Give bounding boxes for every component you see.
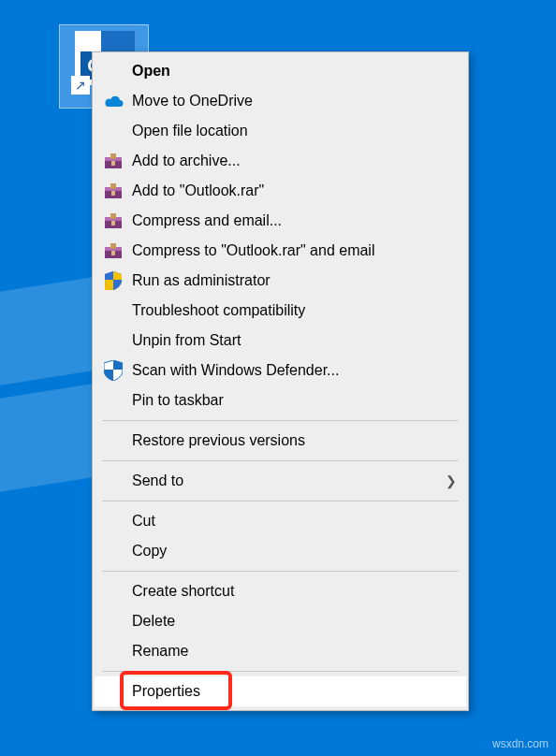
watermark-text: wsxdn.com xyxy=(492,737,549,750)
submenu-arrow-icon: ❯ xyxy=(446,473,457,488)
svg-rect-10 xyxy=(110,213,116,219)
menu-unpin-start[interactable]: Unpin from Start xyxy=(95,326,466,356)
menu-label: Move to OneDrive xyxy=(132,93,457,109)
menu-compress-email[interactable]: Compress and email... xyxy=(95,206,466,236)
menu-add-outlook-rar[interactable]: Add to "Outlook.rar" xyxy=(95,176,466,206)
menu-label: Unpin from Start xyxy=(132,332,457,349)
menu-separator xyxy=(102,501,459,502)
blank-icon xyxy=(100,540,126,562)
menu-label: Run as administrator xyxy=(132,272,457,289)
menu-label: Add to "Outlook.rar" xyxy=(132,182,457,199)
blank-icon xyxy=(100,329,126,352)
svg-rect-3 xyxy=(111,161,115,166)
svg-rect-15 xyxy=(111,251,115,255)
blank-icon xyxy=(100,680,126,703)
svg-rect-7 xyxy=(111,191,115,196)
menu-scan-defender[interactable]: Scan with Windows Defender... xyxy=(95,356,466,385)
menu-create-shortcut[interactable]: Create shortcut xyxy=(95,576,466,606)
blank-icon xyxy=(100,470,126,492)
menu-open[interactable]: Open xyxy=(95,56,466,86)
menu-troubleshoot[interactable]: Troubleshoot compatibility xyxy=(95,296,466,326)
menu-compress-outlook-email[interactable]: Compress to "Outlook.rar" and email xyxy=(95,236,466,266)
svg-rect-6 xyxy=(110,183,116,189)
winrar-icon xyxy=(100,240,126,262)
svg-rect-14 xyxy=(110,243,116,249)
menu-label: Copy xyxy=(132,543,457,560)
blank-icon xyxy=(100,429,126,452)
blank-icon xyxy=(100,389,126,412)
menu-separator xyxy=(102,671,459,672)
svg-rect-2 xyxy=(110,153,116,159)
menu-separator xyxy=(102,460,459,461)
onedrive-icon xyxy=(100,90,126,112)
menu-send-to[interactable]: Send to ❯ xyxy=(95,466,466,496)
blank-icon xyxy=(100,580,126,603)
menu-properties[interactable]: Properties xyxy=(95,676,466,706)
blank-icon xyxy=(100,299,126,322)
menu-label: Delete xyxy=(132,613,457,630)
menu-restore-versions[interactable]: Restore previous versions xyxy=(95,426,466,456)
menu-add-archive[interactable]: Add to archive... xyxy=(95,146,466,176)
menu-label: Add to archive... xyxy=(132,153,457,169)
menu-label: Open file location xyxy=(132,123,457,139)
menu-label: Rename xyxy=(132,643,457,660)
svg-rect-11 xyxy=(111,221,115,225)
menu-label: Compress to "Outlook.rar" and email xyxy=(132,242,457,259)
menu-label: Scan with Windows Defender... xyxy=(132,362,457,379)
menu-label: Create shortcut xyxy=(132,583,457,600)
menu-run-admin[interactable]: Run as administrator xyxy=(95,266,466,296)
menu-label: Compress and email... xyxy=(132,212,457,229)
menu-label: Pin to taskbar xyxy=(132,392,457,409)
blank-icon xyxy=(100,60,126,82)
menu-label: Troubleshoot compatibility xyxy=(132,302,457,319)
shield-admin-icon xyxy=(100,269,126,292)
winrar-icon xyxy=(100,180,126,202)
context-menu: Open Move to OneDrive Open file location… xyxy=(92,51,469,711)
blank-icon xyxy=(100,610,126,632)
blank-icon xyxy=(100,120,126,142)
winrar-icon xyxy=(100,150,126,172)
menu-open-file-location[interactable]: Open file location xyxy=(95,116,466,146)
menu-move-onedrive[interactable]: Move to OneDrive xyxy=(95,86,466,116)
winrar-icon xyxy=(100,210,126,232)
menu-copy[interactable]: Copy xyxy=(95,536,466,566)
menu-label: Open xyxy=(132,63,457,80)
menu-cut[interactable]: Cut xyxy=(95,506,466,536)
defender-shield-icon xyxy=(100,359,126,382)
menu-label: Cut xyxy=(132,513,457,530)
blank-icon xyxy=(100,640,126,662)
menu-label: Restore previous versions xyxy=(132,432,457,449)
menu-delete[interactable]: Delete xyxy=(95,606,466,636)
menu-rename[interactable]: Rename xyxy=(95,636,466,666)
menu-pin-taskbar[interactable]: Pin to taskbar xyxy=(95,385,466,415)
blank-icon xyxy=(100,510,126,532)
menu-label: Send to xyxy=(132,472,446,489)
menu-separator xyxy=(102,571,459,572)
menu-separator xyxy=(102,420,459,421)
menu-label: Properties xyxy=(132,683,457,700)
